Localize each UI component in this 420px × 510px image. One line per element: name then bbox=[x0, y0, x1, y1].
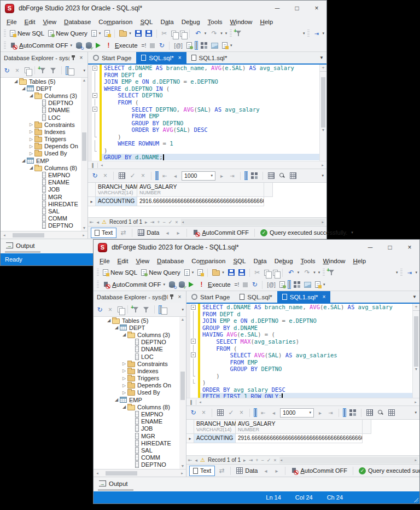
menu-item[interactable]: File bbox=[3, 18, 21, 26]
previous-record-icon[interactable]: ◂ bbox=[97, 219, 100, 225]
cancel-icon[interactable]: × bbox=[200, 409, 208, 417]
tree-item[interactable]: ENAME bbox=[94, 418, 186, 425]
tree-item[interactable]: ENAME bbox=[1, 179, 88, 186]
tree-item[interactable]: SAL bbox=[1, 207, 88, 215]
close-icon[interactable]: × bbox=[176, 293, 184, 301]
fold-margin[interactable] bbox=[88, 106, 100, 113]
titlebar[interactable]: S dbForge Studio 2023 for Oracle - SQL1.… bbox=[94, 240, 419, 255]
add-filter-button[interactable]: + bbox=[132, 306, 140, 314]
data-view-button[interactable]: Data bbox=[235, 467, 259, 474]
add-filter-button[interactable]: + bbox=[328, 269, 336, 276]
new-document-button[interactable]: ▾ bbox=[183, 269, 195, 276]
toolbar-overflow-icon[interactable]: ▾ bbox=[351, 230, 353, 235]
menu-item[interactable]: Database bbox=[153, 257, 188, 265]
export-results-button[interactable] bbox=[185, 42, 193, 49]
tree-item[interactable]: COMM bbox=[94, 454, 186, 461]
grid-cell[interactable]: 2916.66666666666666666666666666666666666… bbox=[236, 434, 363, 443]
tree-item[interactable]: JOB bbox=[94, 425, 186, 432]
expander-icon[interactable]: ▷ bbox=[121, 376, 127, 381]
fold-collapse-icon[interactable] bbox=[92, 93, 97, 98]
menu-item[interactable]: Data bbox=[249, 257, 270, 265]
new-query-button[interactable]: New Query bbox=[47, 30, 89, 37]
close-button[interactable]: × bbox=[400, 240, 419, 255]
tree-item[interactable]: DEPTNO bbox=[94, 339, 186, 346]
previous-record-icon[interactable]: ◂ bbox=[195, 457, 198, 463]
save-all-button[interactable] bbox=[144, 30, 153, 37]
expander-icon[interactable]: ▷ bbox=[28, 144, 34, 149]
toolbar-overflow-icon[interactable]: ▾ bbox=[303, 31, 305, 36]
menu-item[interactable]: Debug bbox=[178, 18, 204, 26]
toolbar-grip[interactable] bbox=[307, 30, 310, 38]
tree-item[interactable]: ▷Triggers bbox=[94, 375, 186, 382]
run-button[interactable] bbox=[188, 281, 195, 288]
editor-vertical-scrollbar[interactable]: ÷ ▼ bbox=[412, 304, 419, 398]
scrollbar-thumb[interactable] bbox=[13, 233, 44, 237]
open-file-button[interactable]: ▾ bbox=[211, 269, 225, 276]
expander-icon[interactable]: ◢ bbox=[106, 318, 112, 323]
tree-item[interactable]: DEPTNO bbox=[1, 100, 88, 107]
menu-item[interactable]: Edit bbox=[114, 257, 132, 265]
close-icon[interactable]: × bbox=[178, 55, 182, 61]
minimize-button[interactable]: ─ bbox=[267, 1, 287, 16]
expander-icon[interactable]: ▷ bbox=[28, 151, 34, 156]
last-record-icon[interactable]: ⇥ bbox=[249, 457, 253, 463]
apply-changes-icon[interactable]: ✓ bbox=[227, 409, 235, 417]
new-sql-button[interactable]: New SQL bbox=[102, 269, 138, 276]
query-history-icon[interactable]: ↻ bbox=[158, 42, 166, 50]
tree-item[interactable]: ◢Columns (3) bbox=[94, 331, 186, 338]
tree-horizontal-scrollbar[interactable]: ◂ ▸ bbox=[94, 470, 186, 477]
sql-editor[interactable]: ÷ ▼ SELECT d.DNAME AS branch_name, AVG(e… bbox=[88, 65, 326, 161]
execute-script-button[interactable]: =! bbox=[141, 42, 148, 49]
tree-item[interactable]: ◢Columns (3) bbox=[1, 92, 88, 99]
scroll-right-icon[interactable]: ▸ bbox=[319, 163, 326, 167]
fold-collapse-icon[interactable] bbox=[191, 339, 196, 344]
editor-tab[interactable]: SQL.sql*× bbox=[136, 52, 186, 63]
autocommit-toggle[interactable]: AutoCommit OFF▾ bbox=[102, 281, 166, 289]
grid-horizontal-scrollbar[interactable]: ◂▸ bbox=[181, 219, 325, 225]
tree-item[interactable]: ◢Columns (8) bbox=[94, 403, 186, 410]
add-file-button[interactable] bbox=[103, 30, 111, 37]
check-connection-button[interactable]: ✓ bbox=[85, 42, 93, 49]
redo-button[interactable]: ↷▾ bbox=[209, 29, 224, 38]
layout-tiles-button[interactable] bbox=[293, 281, 301, 288]
tree-item[interactable]: ◢Tables (5) bbox=[94, 317, 186, 324]
refresh-icon[interactable]: ↻ bbox=[3, 66, 11, 74]
menu-item[interactable]: Tools bbox=[204, 18, 226, 26]
tree-item[interactable]: EMPNO bbox=[1, 171, 88, 178]
close-icon[interactable]: × bbox=[77, 54, 85, 62]
append-record-icon[interactable]: + bbox=[255, 457, 258, 463]
format-indent-icon[interactable]: ⇥ bbox=[405, 269, 413, 277]
pivot-button[interactable] bbox=[365, 409, 374, 416]
code-line[interactable]: SELECT AVG(SAL) AS avg_salaries bbox=[186, 352, 419, 359]
parameters-button[interactable]: [@] bbox=[173, 42, 184, 49]
expander-icon[interactable]: ▷ bbox=[28, 122, 34, 127]
scroll-right-icon[interactable]: ▸ bbox=[415, 458, 417, 462]
visualize-button[interactable] bbox=[210, 42, 219, 49]
add-file-button[interactable] bbox=[196, 269, 204, 276]
tree-item[interactable]: ▷Depends On bbox=[94, 382, 186, 389]
page-size-combo[interactable]: 1000▾ bbox=[280, 408, 314, 418]
expander-icon[interactable]: ▷ bbox=[121, 368, 127, 373]
code-line[interactable]: FROM ( bbox=[88, 99, 326, 106]
paste-button[interactable] bbox=[272, 269, 279, 276]
previous-result-icon[interactable]: ◂ bbox=[163, 229, 171, 237]
code-line[interactable]: GROUP BY d.DNAME bbox=[186, 324, 419, 332]
tree-item[interactable]: MGR bbox=[94, 432, 186, 439]
expander-icon[interactable]: ▷ bbox=[28, 129, 34, 134]
scroll-up-icon[interactable]: ▲ bbox=[83, 78, 86, 83]
code-line[interactable]: JOIN EMP e ON d.DEPTNO = e.DEPTNO bbox=[88, 78, 326, 85]
column-header[interactable]: BRANCH_NAMEVARCHAR2(14) bbox=[194, 420, 236, 434]
expander-icon[interactable]: ▷ bbox=[121, 383, 127, 388]
tree-item[interactable]: ▷Constraints bbox=[94, 360, 186, 367]
card-view-button[interactable] bbox=[348, 409, 357, 416]
menu-item[interactable]: Database bbox=[60, 18, 95, 26]
column-header[interactable]: AVG_SALARYNUMBER bbox=[137, 183, 264, 197]
scroll-down-icon[interactable]: ▼ bbox=[415, 367, 418, 372]
table-row[interactable]: ▸ACCOUNTING2916.666666666666666666666666… bbox=[88, 197, 326, 206]
next-result-icon[interactable]: ▸ bbox=[174, 229, 182, 237]
menu-item[interactable]: Window bbox=[226, 18, 256, 26]
duplicate-button[interactable] bbox=[116, 306, 124, 313]
first-record-icon[interactable]: ⇤ bbox=[90, 219, 94, 225]
expander-icon[interactable]: ◢ bbox=[113, 397, 120, 402]
expander-icon[interactable]: ▷ bbox=[28, 137, 34, 142]
